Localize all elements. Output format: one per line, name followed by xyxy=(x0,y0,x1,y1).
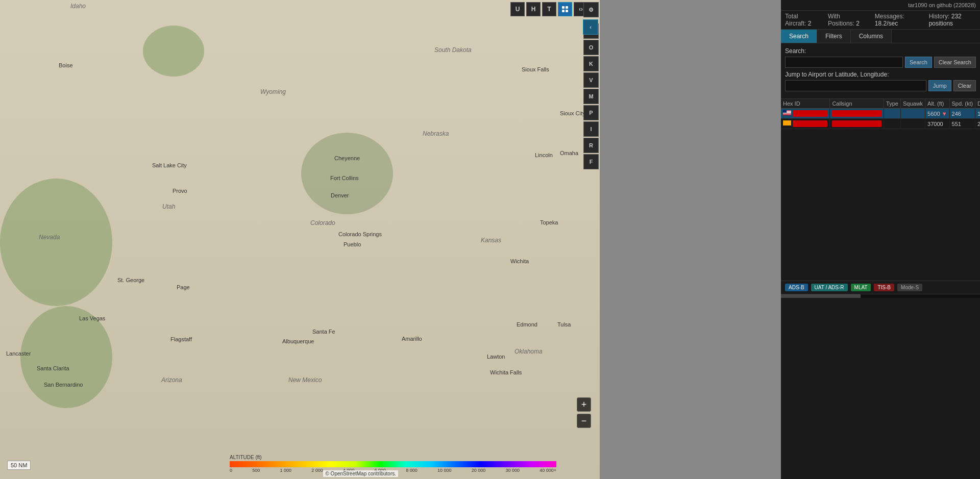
aircraft-table-container[interactable]: Hex ID Callsign Type Squawk Alt. (ft) Sp… xyxy=(781,99,980,281)
jump-button[interactable]: Jump xyxy=(928,80,951,91)
messages-value: 18.2/sec xyxy=(875,20,898,27)
tab-search[interactable]: Search xyxy=(781,30,817,43)
toolbar-T-button[interactable]: T xyxy=(542,2,556,16)
terrain-patch xyxy=(301,133,393,214)
stats-bar: Total Aircraft: 2 With Positions: 2 Mess… xyxy=(781,11,980,30)
city-label-omaha: Omaha xyxy=(560,150,578,156)
aircraft-table: Hex ID Callsign Type Squawk Alt. (ft) Sp… xyxy=(781,99,980,129)
table-row[interactable]: ████ ████████ 37000 551 28.2 1487 -15.1 xyxy=(781,119,980,129)
clear-search-button[interactable]: Clear Search xyxy=(934,57,976,68)
type-cell xyxy=(884,109,901,119)
legend-uat[interactable]: UAT / ADS-R xyxy=(811,284,848,291)
city-label-edmond: Edmond xyxy=(517,321,537,327)
altitude-label: ALTITUDE (ft) xyxy=(230,455,556,460)
legend-modes[interactable]: Mode-S xyxy=(897,284,922,291)
zoom-out-button[interactable]: − xyxy=(577,414,591,428)
search-input[interactable] xyxy=(785,57,903,68)
map-area[interactable]: Boise Salt Lake City Provo Las Vegas St.… xyxy=(0,0,600,479)
callsign-redacted: ████████ xyxy=(832,110,881,117)
search-row: Search Clear Search xyxy=(785,57,976,68)
city-label-page: Page xyxy=(177,284,190,290)
city-label-sioux-falls: Sioux Falls xyxy=(522,66,549,72)
table-header-row: Hex ID Callsign Type Squawk Alt. (ft) Sp… xyxy=(781,99,980,109)
city-label-wichita-falls: Wichita Falls xyxy=(490,369,522,375)
top-toolbar: U H T ‹› xyxy=(510,2,588,16)
zoom-controls: + − xyxy=(577,397,591,428)
nav-V-button[interactable]: V xyxy=(583,72,599,88)
legend-tisb[interactable]: TIS-B xyxy=(874,284,894,291)
nav-I-button[interactable]: I xyxy=(583,121,599,137)
alt-trend-down-icon: ▼ xyxy=(942,111,947,117)
altitude-cell: 37000 xyxy=(925,119,949,129)
city-label-provo: Provo xyxy=(173,188,187,194)
svg-rect-3 xyxy=(566,10,568,12)
col-type[interactable]: Type xyxy=(884,99,901,109)
city-label-st-george: St. George xyxy=(117,277,144,283)
detail-area xyxy=(781,298,980,480)
nav-F-button[interactable]: F xyxy=(583,154,599,169)
terrain-patch xyxy=(0,179,112,306)
svg-rect-2 xyxy=(562,10,565,12)
zoom-in-button[interactable]: + xyxy=(577,397,591,412)
scale-label: 50 NM xyxy=(11,462,27,468)
nav-K-button[interactable]: K xyxy=(583,56,599,71)
callsign-cell: ████████ xyxy=(830,119,884,129)
state-label-south-dakota: South Dakota xyxy=(434,46,472,54)
with-positions-value: 2 xyxy=(856,20,860,27)
state-label-utah: Utah xyxy=(162,203,175,210)
map-icon xyxy=(561,6,569,13)
col-speed[interactable]: Spd. (kt) xyxy=(949,99,975,109)
search-button[interactable]: Search xyxy=(905,57,932,68)
city-label-pueblo: Pueblo xyxy=(344,241,361,247)
col-altitude[interactable]: Alt. (ft) xyxy=(925,99,949,109)
city-label-santa-fe: Santa Fe xyxy=(312,329,335,335)
messages-stat: Messages: 18.2/sec xyxy=(875,13,919,27)
flag-orange-icon xyxy=(783,120,791,125)
legend-adsb[interactable]: ADS-B xyxy=(785,284,808,291)
city-label-flagstaff: Flagstaff xyxy=(170,336,192,342)
altitude-cell: 5600 ▼ xyxy=(925,109,949,119)
city-label-topeka: Topeka xyxy=(540,219,558,225)
gear-button[interactable]: ⚙ xyxy=(583,2,599,17)
tab-filters[interactable]: Filters xyxy=(817,30,851,43)
clear-jump-button[interactable]: Clear xyxy=(953,80,976,91)
city-label-lincoln: Lincoln xyxy=(535,152,553,158)
toolbar-H-button[interactable]: H xyxy=(526,2,541,16)
panel-collapse-left-button[interactable]: ‹ xyxy=(583,19,598,35)
nav-O-button[interactable]: O xyxy=(583,40,599,55)
hex-redacted: ████ xyxy=(793,120,827,127)
city-label-salt-lake-city: Salt Lake City xyxy=(152,162,187,168)
legend-mlat[interactable]: MLAT xyxy=(851,284,871,291)
table-row[interactable]: ████ ████████ 5600 ▼ 246 15.2 1947 -15.3 xyxy=(781,109,980,119)
state-label-nebraska: Nebraska xyxy=(423,130,449,137)
col-hex[interactable]: Hex ID xyxy=(781,99,830,109)
nav-P-button[interactable]: P xyxy=(583,105,599,120)
col-callsign[interactable]: Callsign xyxy=(830,99,884,109)
city-label-amarillo: Amarillo xyxy=(402,336,422,342)
nav-M-button[interactable]: M xyxy=(583,89,599,104)
jump-input[interactable] xyxy=(785,80,926,91)
state-label-kansas: Kansas xyxy=(481,237,501,244)
col-distance[interactable]: Dist. (nmi) xyxy=(975,99,980,109)
toolbar-U-button[interactable]: U xyxy=(510,2,525,16)
hex-cell: ████ xyxy=(781,109,830,119)
search-panel: Search: Search Clear Search Jump to Airp… xyxy=(781,43,980,99)
panel-header: tar1090 on github (220828) xyxy=(781,0,980,11)
nav-R-button[interactable]: R xyxy=(583,138,599,153)
tab-columns[interactable]: Columns xyxy=(851,30,892,43)
city-label-wichita: Wichita xyxy=(510,258,529,264)
svg-rect-1 xyxy=(566,6,568,9)
jump-row: Jump Clear xyxy=(785,80,976,91)
city-label-boise: Boise xyxy=(59,62,73,68)
distance-cell: 15.2 xyxy=(975,109,980,119)
attribution: © OpenStreetMap contributors. xyxy=(323,470,398,477)
type-cell xyxy=(884,119,901,129)
table-scrollbar[interactable] xyxy=(781,294,980,298)
col-squawk[interactable]: Squawk xyxy=(900,99,925,109)
hex-cell: ████ xyxy=(781,119,830,129)
toolbar-map-button[interactable] xyxy=(558,2,572,16)
left-sidebar-nav: ‹ xyxy=(583,19,598,35)
city-label-lawton: Lawton xyxy=(487,354,505,360)
legend-bar: ADS-B UAT / ADS-R MLAT TIS-B Mode-S xyxy=(781,281,980,294)
github-link[interactable]: tar1090 on github (220828) xyxy=(908,2,976,8)
